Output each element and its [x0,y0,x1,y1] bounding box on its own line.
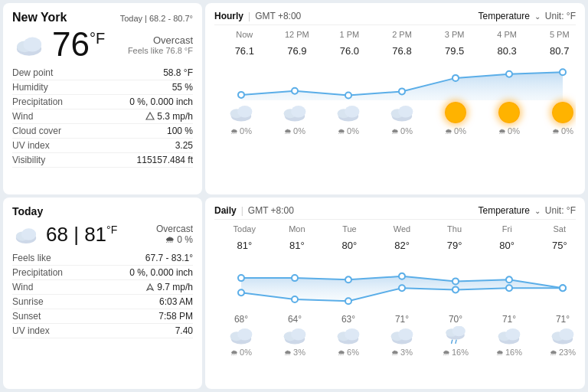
hour-col: 2 PM 76.8 [376,28,429,57]
chevron-down-icon[interactable]: ⌄ [534,207,541,215]
hour-col: 3 PM 79.5 [428,28,481,57]
day-col-precip: 🌧3% [268,348,322,357]
current-temp: 76°F [52,25,105,63]
hour-col: 5 PM 80.7 [533,28,576,57]
day-col-low: 71° [375,314,429,325]
hour-col-icon [429,102,482,123]
hour-col-icon [268,102,322,123]
hour-col-icon [375,102,429,123]
cloud-icon [12,220,40,248]
hour-col: Now 76.1 [218,28,271,57]
hour-col-precip: 🌧0% [322,126,375,136]
weather-description: Overcast [128,34,193,46]
svg-point-31 [452,278,459,284]
day-col: Sat 75° [533,223,576,251]
stat-row: Feels like 67.7 - 83.1° [12,251,193,266]
cloud-icon [227,326,255,345]
rain-icon: 🌧 [391,348,399,357]
svg-point-7 [399,88,405,94]
svg-marker-3 [146,113,154,119]
svg-point-16 [291,106,305,118]
svg-point-28 [292,275,298,281]
cloud-icon [12,28,46,61]
hour-col-precip: 🌧0% [429,126,482,136]
svg-point-40 [560,285,566,291]
wind-icon [145,112,155,121]
svg-point-55 [452,326,466,336]
svg-point-36 [345,298,351,304]
stat-row: Sunrise 6:03 AM [12,295,193,309]
stat-row: Cloud cover 100 % [12,124,193,139]
hour-col-precip: 🌧0% [482,126,536,136]
rain-icon: 🌧 [338,127,345,136]
day-col: Fri 80° [481,223,534,251]
section-label: Daily [214,205,237,216]
hour-col: 12 PM 76.9 [271,28,324,57]
svg-point-9 [506,71,512,77]
sun-icon [552,102,573,123]
panel-header: Daily | GMT +8:00 Temperature ⌄ Unit: °F [214,205,576,220]
cloud-icon [227,102,255,123]
rain-icon: 🌧 [443,348,450,357]
day-col: Wed 82° [376,223,429,251]
chevron-down-icon[interactable]: ⌄ [534,12,541,21]
svg-point-6 [345,93,351,99]
temp-label: Temperature [478,11,529,21]
sun-icon [498,102,520,123]
day-col-low: 64° [268,314,322,325]
day-col: Mon 81° [271,223,324,251]
svg-line-56 [452,340,452,343]
day-col-icon [536,326,576,345]
day-col-low: 63° [322,314,375,325]
svg-point-5 [292,88,298,94]
hour-col-precip: 🌧0% [214,126,268,136]
stat-row: Precipitation 0 %, 0.000 inch [12,266,193,280]
wind-icon [145,283,155,292]
hour-col: 1 PM 76.0 [323,28,376,57]
svg-point-35 [292,296,298,302]
svg-point-10 [560,69,566,75]
city-name: New York [12,11,67,24]
svg-point-4 [238,92,244,98]
cloud-icon [281,326,309,345]
day-col: Today 81° [218,223,271,251]
stat-row: Precipitation 0 %, 0.000 inch [12,95,193,109]
svg-line-57 [456,340,456,343]
svg-point-38 [452,286,459,292]
cloud-icon [335,326,362,345]
stat-row: Wind 5.3 mp/h [12,109,193,124]
svg-point-46 [291,328,305,341]
svg-point-49 [345,328,359,341]
timezone: GMT +8:00 [248,205,294,216]
day-col-low: 68° [214,314,268,325]
cloud-icon [388,326,416,345]
day-col-precip: 🌧16% [482,348,536,357]
weather-stats: Dew point 58.8 °F Humidity 55 % Precipit… [12,66,193,168]
rain-icon: 🌧 [496,348,504,357]
rain-icon: 🌧 [338,348,345,357]
day-col-precip: 🌧16% [429,348,482,357]
svg-point-29 [345,276,351,283]
svg-point-43 [237,328,252,341]
svg-point-19 [345,106,359,118]
day-col: Tue 80° [323,223,376,251]
hour-col-icon [214,102,268,123]
svg-point-32 [506,276,512,283]
section-label: Hourly [214,11,243,21]
stat-row: UV index 3.25 [12,139,193,153]
hour-col-icon [482,102,536,123]
pipe-divider: | [248,11,250,21]
unit-label: Unit: °F [545,205,576,216]
pipe-divider: | [241,205,243,216]
svg-point-13 [237,106,252,118]
daily-description: Overcast [156,224,193,234]
svg-point-8 [452,75,459,81]
section-label: Today [12,205,193,217]
hour-col-icon [536,102,576,123]
sun-icon [445,102,466,123]
day-col-icon [482,326,536,345]
panel-header: Hourly | GMT +8:00 Temperature ⌄ Unit: °… [214,11,576,25]
rain-icon: 🌧 [391,127,399,136]
hour-col-icon [322,102,375,123]
precip-chance: 0 % [177,234,193,245]
